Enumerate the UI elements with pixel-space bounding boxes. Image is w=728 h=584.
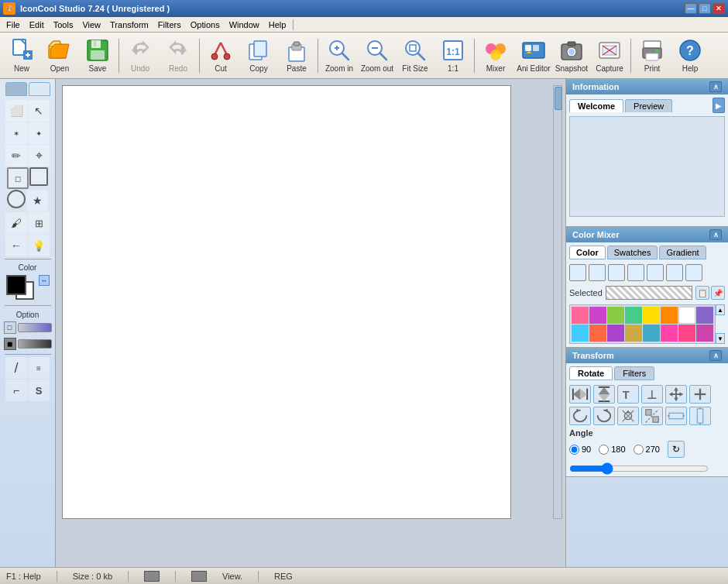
color-tab-swatches[interactable]: Swatches: [607, 246, 658, 259]
brush-tool[interactable]: 🖌: [5, 212, 27, 234]
palette-cell[interactable]: [661, 307, 678, 324]
flip-diag-btn[interactable]: T: [617, 385, 639, 404]
flip-h-btn[interactable]: [569, 385, 591, 404]
color-shape-4[interactable]: [627, 264, 644, 281]
palette-scroll-up[interactable]: ▲: [716, 304, 725, 315]
menu-view[interactable]: View: [77, 19, 105, 31]
color-shape-7[interactable]: [685, 264, 702, 281]
stretch-h-btn[interactable]: [665, 407, 687, 425]
star-tool[interactable]: ★: [26, 190, 48, 211]
menu-help[interactable]: Help: [264, 19, 291, 31]
copy-color-btn[interactable]: 📋: [695, 286, 709, 300]
toolbar-redo-button[interactable]: Redo: [160, 35, 197, 77]
ellipse-tool[interactable]: [7, 190, 26, 208]
palette-cell[interactable]: [678, 307, 695, 324]
toolbar-open-button[interactable]: Open: [41, 35, 78, 77]
angle-radio-90[interactable]: 90: [569, 441, 591, 458]
palette-cell[interactable]: [643, 325, 660, 342]
canvas-scrollbar-v[interactable]: [553, 85, 562, 519]
toolbar-help-button[interactable]: ? Help: [671, 35, 709, 77]
transform-collapse-btn[interactable]: ∧: [709, 350, 722, 361]
opacity-bar[interactable]: [18, 323, 52, 332]
canvas-scroll-thumb-v[interactable]: [555, 87, 562, 110]
flip-vert-btn[interactable]: [641, 407, 663, 425]
color-shape-5[interactable]: [647, 264, 664, 281]
palette-cell[interactable]: [696, 325, 713, 342]
canvas-tab[interactable]: [5, 82, 27, 96]
color-shape-3[interactable]: [608, 264, 625, 281]
rotate-180-btn[interactable]: [617, 407, 639, 425]
canvas-area[interactable]: [56, 79, 565, 567]
toolbar-mixer-button[interactable]: Mixer: [477, 35, 514, 77]
flip-anti-btn[interactable]: ⊥: [641, 385, 663, 404]
color-tab-color[interactable]: Color: [569, 246, 606, 259]
magic-wand-tool[interactable]: ✦: [28, 122, 50, 144]
info-tab-preview[interactable]: Preview: [625, 99, 672, 112]
toolbar-new-button[interactable]: New: [3, 35, 40, 77]
bucket-tool[interactable]: ⊞: [28, 212, 50, 234]
maximize-button[interactable]: □: [699, 3, 711, 14]
add-btn[interactable]: [689, 385, 711, 404]
select-rect-tool[interactable]: ⬜: [5, 100, 27, 122]
toolbar-copy-button[interactable]: Copy: [240, 35, 277, 77]
toolbar-undo-button[interactable]: Undo: [122, 35, 159, 77]
rotate-cw-btn[interactable]: [593, 407, 615, 425]
angle-radio-180[interactable]: 180: [599, 441, 625, 458]
menu-window[interactable]: Window: [225, 19, 264, 31]
foreground-color-swatch[interactable]: [6, 275, 26, 295]
menu-edit[interactable]: Edit: [25, 19, 49, 31]
menu-filters[interactable]: Filters: [153, 19, 186, 31]
palette-cell[interactable]: [589, 307, 606, 324]
menu-file[interactable]: File: [2, 19, 25, 31]
angle-input-270[interactable]: [634, 445, 644, 455]
color-tab-gradient[interactable]: Gradient: [659, 246, 706, 259]
toolbar-fit-size-button[interactable]: Fit Size: [397, 35, 434, 77]
toolbar-print-button[interactable]: Print: [634, 35, 671, 77]
lasso-tool[interactable]: ✶: [5, 122, 27, 144]
eyedropper-tool[interactable]: ⌖: [28, 145, 50, 167]
toolbar-cut-button[interactable]: Cut: [202, 35, 239, 77]
close-button[interactable]: ✕: [713, 3, 725, 14]
canvas-tab-2[interactable]: [29, 82, 50, 96]
rect-tool[interactable]: [29, 167, 48, 186]
flip-v-btn[interactable]: [593, 385, 615, 404]
menu-transform[interactable]: Transform: [105, 19, 153, 31]
menu-tools[interactable]: Tools: [49, 19, 78, 31]
palette-cell[interactable]: [589, 325, 606, 342]
color-shape-1[interactable]: [569, 264, 586, 281]
arrow-shape-tool[interactable]: ←: [5, 235, 27, 256]
information-collapse-btn[interactable]: ∧: [709, 81, 722, 92]
palette-cell[interactable]: [696, 307, 713, 324]
toolbar-zoom-in-button[interactable]: Zoom in: [321, 35, 358, 77]
move-btn[interactable]: [665, 385, 687, 404]
color-mixer-header[interactable]: Color Mixer ∧: [566, 227, 728, 242]
color-shape-6[interactable]: [666, 264, 683, 281]
eraser-tool[interactable]: ◻: [7, 167, 29, 189]
swap-colors-btn[interactable]: ↔: [39, 275, 50, 286]
angle-radio-270[interactable]: 270: [634, 441, 660, 458]
selected-color-swatch[interactable]: [606, 286, 692, 300]
toolbar-1to1-button[interactable]: 1:1 1:1: [434, 35, 472, 77]
transform-tab-rotate[interactable]: Rotate: [569, 366, 613, 380]
toolbar-save-button[interactable]: Save: [79, 35, 116, 77]
pen-tool[interactable]: /: [5, 357, 27, 379]
stretch-v-btn[interactable]: [689, 407, 711, 425]
palette-scroll-down[interactable]: ▼: [716, 333, 725, 344]
information-header[interactable]: Information ∧: [566, 79, 728, 94]
angle-slider[interactable]: [569, 464, 709, 473]
paste-color-btn[interactable]: 📌: [711, 286, 725, 300]
toolbar-capture-button[interactable]: Capture: [591, 35, 628, 77]
pencil-tool[interactable]: ✏: [5, 145, 27, 167]
color-shape-2[interactable]: [589, 264, 606, 281]
color-mixer-collapse-btn[interactable]: ∧: [709, 229, 722, 240]
palette-cell[interactable]: [607, 325, 624, 342]
corner-tool[interactable]: ⌐: [5, 380, 27, 401]
select-arrow-tool[interactable]: ↖: [28, 100, 50, 122]
minimize-button[interactable]: —: [685, 3, 697, 14]
angle-input-180[interactable]: [599, 445, 609, 455]
transform-tab-filters[interactable]: Filters: [614, 366, 654, 380]
rotate-apply-btn[interactable]: ↻: [668, 441, 685, 458]
palette-cell[interactable]: [643, 307, 660, 324]
palette-cell[interactable]: [607, 307, 624, 324]
pattern-tool[interactable]: ≡: [28, 357, 50, 379]
